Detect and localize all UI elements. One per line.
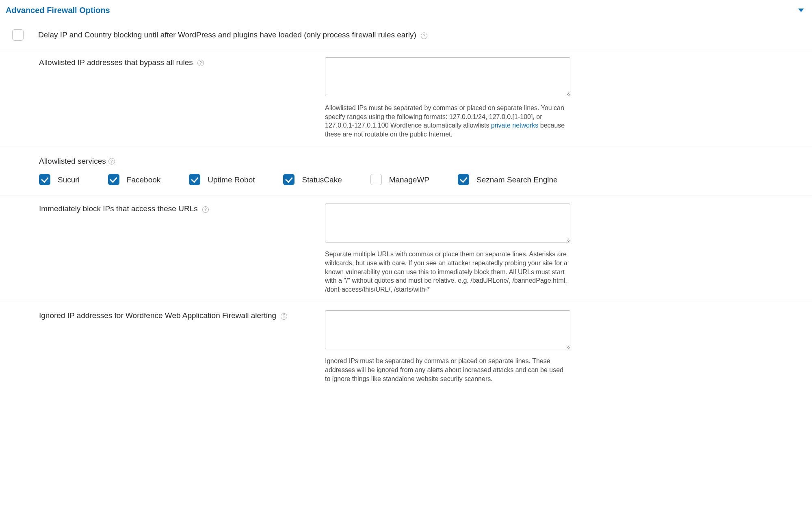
block-urls-textarea[interactable] [325,204,570,243]
service-label: Uptime Robot [208,175,255,185]
help-icon[interactable]: ? [421,32,427,39]
section-title: Advanced Firewall Options [6,6,110,15]
row-delay-blocking: Delay IP and Country blocking until afte… [0,21,812,49]
block-urls-hint: Separate multiple URLs with commas or pl… [325,250,570,294]
help-icon[interactable]: ? [197,60,204,66]
row-ignored-ips: Ignored IP addresses for Wordfence Web A… [0,302,812,391]
service-item: Sucuri [39,174,80,185]
ignored-ips-label-text: Ignored IP addresses for Wordfence Web A… [39,311,276,320]
service-item: Seznam Search Engine [458,174,558,185]
help-icon[interactable]: ? [108,158,115,165]
help-icon[interactable]: ? [281,313,287,320]
help-icon[interactable]: ? [202,206,209,213]
service-checkbox[interactable] [108,174,119,185]
allowlisted-services-label-text: Allowlisted services [39,157,106,166]
service-checkbox[interactable] [39,174,50,185]
allowlisted-services-label: Allowlisted services ? [39,157,804,166]
service-label: StatusCake [302,175,342,185]
service-checkbox[interactable] [189,174,200,185]
service-checkbox[interactable] [370,174,382,185]
ignored-ips-textarea[interactable] [325,310,570,349]
delay-blocking-label: Delay IP and Country blocking until afte… [38,30,427,40]
service-item: Facebook [108,174,160,185]
allowlisted-ips-label-text: Allowlisted IP addresses that bypass all… [39,58,193,67]
private-networks-link[interactable]: private networks [491,122,539,129]
service-item: ManageWP [370,174,429,185]
allowlisted-ips-textarea[interactable] [325,57,570,96]
service-label: Sucuri [58,175,80,185]
delay-blocking-checkbox[interactable] [12,29,24,41]
ignored-ips-hint: Ignored IPs must be separated by commas … [325,357,570,383]
service-label: Facebook [127,175,160,185]
row-block-urls: Immediately block IPs that access these … [0,195,812,302]
section-header[interactable]: Advanced Firewall Options [0,0,812,21]
service-item: Uptime Robot [189,174,255,185]
ignored-ips-label: Ignored IP addresses for Wordfence Web A… [39,310,287,321]
delay-blocking-label-text: Delay IP and Country blocking until afte… [38,30,416,39]
service-item: StatusCake [283,174,342,185]
service-label: Seznam Search Engine [476,175,558,185]
row-allowlisted-ips: Allowlisted IP addresses that bypass all… [0,49,812,147]
block-urls-label-text: Immediately block IPs that access these … [39,204,198,213]
allowlisted-ips-hint: Allowlisted IPs must be separated by com… [325,104,570,139]
block-urls-label: Immediately block IPs that access these … [39,204,209,214]
allowlisted-ips-label: Allowlisted IP addresses that bypass all… [39,57,204,68]
service-checkbox[interactable] [283,174,294,185]
allowlisted-services-list: SucuriFacebookUptime RobotStatusCakeMana… [39,174,804,185]
service-label: ManageWP [389,175,429,185]
row-allowlisted-services: Allowlisted services ? SucuriFacebookUpt… [0,147,812,195]
service-checkbox[interactable] [458,174,469,185]
chevron-down-icon[interactable] [798,9,804,12]
